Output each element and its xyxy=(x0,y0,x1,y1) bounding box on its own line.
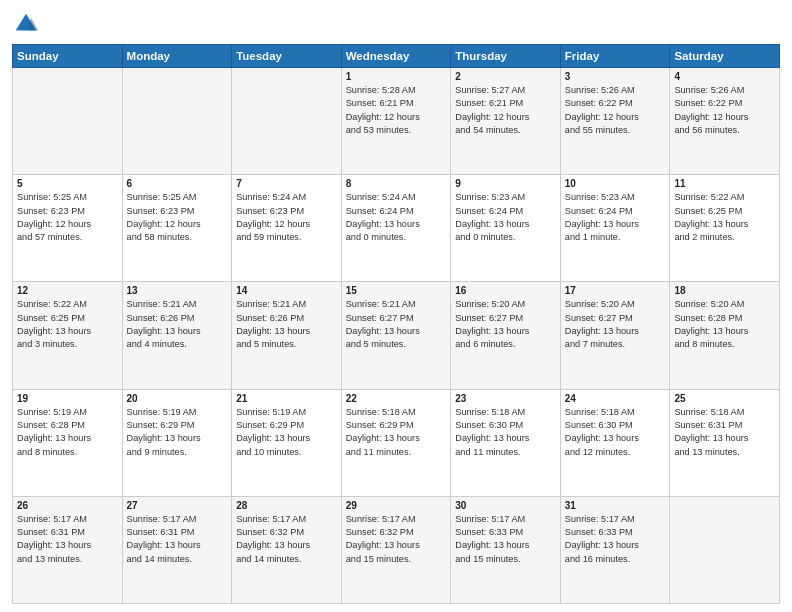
calendar-cell: 29Sunrise: 5:17 AM Sunset: 6:32 PM Dayli… xyxy=(341,496,451,603)
logo xyxy=(12,10,44,38)
day-info: Sunrise: 5:18 AM Sunset: 6:29 PM Dayligh… xyxy=(346,406,447,459)
calendar-cell: 28Sunrise: 5:17 AM Sunset: 6:32 PM Dayli… xyxy=(232,496,342,603)
day-info: Sunrise: 5:22 AM Sunset: 6:25 PM Dayligh… xyxy=(674,191,775,244)
day-info: Sunrise: 5:18 AM Sunset: 6:31 PM Dayligh… xyxy=(674,406,775,459)
day-info: Sunrise: 5:19 AM Sunset: 6:29 PM Dayligh… xyxy=(236,406,337,459)
day-info: Sunrise: 5:17 AM Sunset: 6:33 PM Dayligh… xyxy=(455,513,556,566)
day-number: 16 xyxy=(455,285,556,296)
day-number: 31 xyxy=(565,500,666,511)
day-info: Sunrise: 5:25 AM Sunset: 6:23 PM Dayligh… xyxy=(17,191,118,244)
day-info: Sunrise: 5:17 AM Sunset: 6:31 PM Dayligh… xyxy=(17,513,118,566)
calendar-cell: 12Sunrise: 5:22 AM Sunset: 6:25 PM Dayli… xyxy=(13,282,123,389)
weekday-header-saturday: Saturday xyxy=(670,45,780,68)
header xyxy=(12,10,780,38)
calendar-table: SundayMondayTuesdayWednesdayThursdayFrid… xyxy=(12,44,780,604)
calendar-cell: 3Sunrise: 5:26 AM Sunset: 6:22 PM Daylig… xyxy=(560,68,670,175)
weekday-header-tuesday: Tuesday xyxy=(232,45,342,68)
calendar-row-1: 1Sunrise: 5:28 AM Sunset: 6:21 PM Daylig… xyxy=(13,68,780,175)
calendar-row-5: 26Sunrise: 5:17 AM Sunset: 6:31 PM Dayli… xyxy=(13,496,780,603)
calendar-cell: 16Sunrise: 5:20 AM Sunset: 6:27 PM Dayli… xyxy=(451,282,561,389)
calendar-cell: 1Sunrise: 5:28 AM Sunset: 6:21 PM Daylig… xyxy=(341,68,451,175)
day-number: 21 xyxy=(236,393,337,404)
calendar-cell: 31Sunrise: 5:17 AM Sunset: 6:33 PM Dayli… xyxy=(560,496,670,603)
calendar-cell xyxy=(232,68,342,175)
day-number: 30 xyxy=(455,500,556,511)
calendar-cell: 30Sunrise: 5:17 AM Sunset: 6:33 PM Dayli… xyxy=(451,496,561,603)
calendar-cell xyxy=(13,68,123,175)
calendar-cell: 15Sunrise: 5:21 AM Sunset: 6:27 PM Dayli… xyxy=(341,282,451,389)
day-number: 14 xyxy=(236,285,337,296)
calendar-cell: 17Sunrise: 5:20 AM Sunset: 6:27 PM Dayli… xyxy=(560,282,670,389)
day-number: 29 xyxy=(346,500,447,511)
day-info: Sunrise: 5:26 AM Sunset: 6:22 PM Dayligh… xyxy=(674,84,775,137)
calendar-cell: 11Sunrise: 5:22 AM Sunset: 6:25 PM Dayli… xyxy=(670,175,780,282)
day-info: Sunrise: 5:18 AM Sunset: 6:30 PM Dayligh… xyxy=(455,406,556,459)
day-info: Sunrise: 5:17 AM Sunset: 6:31 PM Dayligh… xyxy=(127,513,228,566)
day-info: Sunrise: 5:25 AM Sunset: 6:23 PM Dayligh… xyxy=(127,191,228,244)
weekday-header-row: SundayMondayTuesdayWednesdayThursdayFrid… xyxy=(13,45,780,68)
day-info: Sunrise: 5:24 AM Sunset: 6:23 PM Dayligh… xyxy=(236,191,337,244)
day-info: Sunrise: 5:27 AM Sunset: 6:21 PM Dayligh… xyxy=(455,84,556,137)
calendar-cell xyxy=(122,68,232,175)
weekday-header-wednesday: Wednesday xyxy=(341,45,451,68)
calendar-cell: 7Sunrise: 5:24 AM Sunset: 6:23 PM Daylig… xyxy=(232,175,342,282)
day-info: Sunrise: 5:17 AM Sunset: 6:32 PM Dayligh… xyxy=(346,513,447,566)
day-info: Sunrise: 5:21 AM Sunset: 6:26 PM Dayligh… xyxy=(236,298,337,351)
day-info: Sunrise: 5:19 AM Sunset: 6:29 PM Dayligh… xyxy=(127,406,228,459)
day-number: 4 xyxy=(674,71,775,82)
calendar-cell: 13Sunrise: 5:21 AM Sunset: 6:26 PM Dayli… xyxy=(122,282,232,389)
day-number: 27 xyxy=(127,500,228,511)
calendar-cell: 19Sunrise: 5:19 AM Sunset: 6:28 PM Dayli… xyxy=(13,389,123,496)
day-number: 19 xyxy=(17,393,118,404)
day-number: 7 xyxy=(236,178,337,189)
weekday-header-friday: Friday xyxy=(560,45,670,68)
day-info: Sunrise: 5:22 AM Sunset: 6:25 PM Dayligh… xyxy=(17,298,118,351)
calendar-cell: 20Sunrise: 5:19 AM Sunset: 6:29 PM Dayli… xyxy=(122,389,232,496)
weekday-header-sunday: Sunday xyxy=(13,45,123,68)
day-number: 17 xyxy=(565,285,666,296)
calendar-cell xyxy=(670,496,780,603)
day-number: 10 xyxy=(565,178,666,189)
calendar-row-2: 5Sunrise: 5:25 AM Sunset: 6:23 PM Daylig… xyxy=(13,175,780,282)
day-number: 6 xyxy=(127,178,228,189)
calendar-cell: 24Sunrise: 5:18 AM Sunset: 6:30 PM Dayli… xyxy=(560,389,670,496)
day-number: 12 xyxy=(17,285,118,296)
calendar-cell: 2Sunrise: 5:27 AM Sunset: 6:21 PM Daylig… xyxy=(451,68,561,175)
day-number: 13 xyxy=(127,285,228,296)
calendar-cell: 21Sunrise: 5:19 AM Sunset: 6:29 PM Dayli… xyxy=(232,389,342,496)
day-number: 9 xyxy=(455,178,556,189)
day-info: Sunrise: 5:17 AM Sunset: 6:33 PM Dayligh… xyxy=(565,513,666,566)
day-info: Sunrise: 5:23 AM Sunset: 6:24 PM Dayligh… xyxy=(455,191,556,244)
day-number: 23 xyxy=(455,393,556,404)
day-info: Sunrise: 5:20 AM Sunset: 6:27 PM Dayligh… xyxy=(455,298,556,351)
day-number: 2 xyxy=(455,71,556,82)
day-info: Sunrise: 5:26 AM Sunset: 6:22 PM Dayligh… xyxy=(565,84,666,137)
day-number: 1 xyxy=(346,71,447,82)
day-number: 28 xyxy=(236,500,337,511)
day-number: 3 xyxy=(565,71,666,82)
weekday-header-monday: Monday xyxy=(122,45,232,68)
calendar-cell: 9Sunrise: 5:23 AM Sunset: 6:24 PM Daylig… xyxy=(451,175,561,282)
day-number: 18 xyxy=(674,285,775,296)
day-info: Sunrise: 5:17 AM Sunset: 6:32 PM Dayligh… xyxy=(236,513,337,566)
day-info: Sunrise: 5:23 AM Sunset: 6:24 PM Dayligh… xyxy=(565,191,666,244)
calendar-cell: 25Sunrise: 5:18 AM Sunset: 6:31 PM Dayli… xyxy=(670,389,780,496)
day-number: 25 xyxy=(674,393,775,404)
page: SundayMondayTuesdayWednesdayThursdayFrid… xyxy=(0,0,792,612)
calendar-row-4: 19Sunrise: 5:19 AM Sunset: 6:28 PM Dayli… xyxy=(13,389,780,496)
day-number: 8 xyxy=(346,178,447,189)
day-info: Sunrise: 5:20 AM Sunset: 6:28 PM Dayligh… xyxy=(674,298,775,351)
calendar-cell: 22Sunrise: 5:18 AM Sunset: 6:29 PM Dayli… xyxy=(341,389,451,496)
calendar-cell: 5Sunrise: 5:25 AM Sunset: 6:23 PM Daylig… xyxy=(13,175,123,282)
calendar-cell: 10Sunrise: 5:23 AM Sunset: 6:24 PM Dayli… xyxy=(560,175,670,282)
day-info: Sunrise: 5:19 AM Sunset: 6:28 PM Dayligh… xyxy=(17,406,118,459)
calendar-cell: 26Sunrise: 5:17 AM Sunset: 6:31 PM Dayli… xyxy=(13,496,123,603)
day-number: 5 xyxy=(17,178,118,189)
calendar-cell: 4Sunrise: 5:26 AM Sunset: 6:22 PM Daylig… xyxy=(670,68,780,175)
calendar-cell: 23Sunrise: 5:18 AM Sunset: 6:30 PM Dayli… xyxy=(451,389,561,496)
day-info: Sunrise: 5:21 AM Sunset: 6:27 PM Dayligh… xyxy=(346,298,447,351)
calendar-cell: 6Sunrise: 5:25 AM Sunset: 6:23 PM Daylig… xyxy=(122,175,232,282)
day-number: 11 xyxy=(674,178,775,189)
calendar-cell: 27Sunrise: 5:17 AM Sunset: 6:31 PM Dayli… xyxy=(122,496,232,603)
day-number: 20 xyxy=(127,393,228,404)
